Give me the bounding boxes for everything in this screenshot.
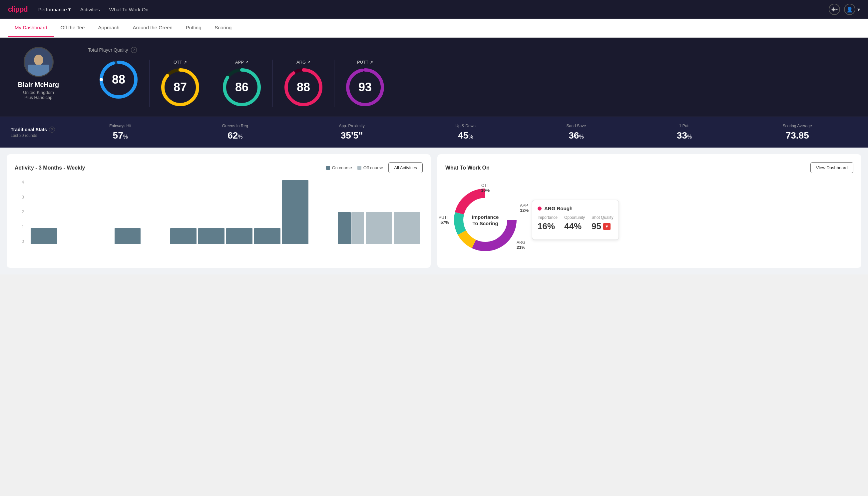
player-card: Blair McHarg United Kingdom Plus Handica…: [11, 47, 77, 100]
trad-stats-subtitle: Last 20 rounds: [11, 133, 64, 138]
app-arrow-icon: ↗: [245, 60, 249, 65]
bottom-section: Activity - 3 Months - Weekly On course O…: [0, 148, 868, 275]
traditional-stats-section: Traditional Stats ? Last 20 rounds Fairw…: [0, 117, 868, 148]
tab-scoring[interactable]: Scoring: [208, 19, 238, 37]
trad-help-icon[interactable]: ?: [49, 127, 55, 133]
user-icon: 👤: [844, 4, 855, 15]
score-circles: 88 OTT ↗ 87: [88, 60, 857, 107]
all-activities-button[interactable]: All Activities: [388, 162, 423, 173]
down-arrow-icon: ▼: [603, 223, 611, 230]
nav-performance[interactable]: Performance ▾: [38, 6, 71, 12]
score-ott: OTT ↗ 87: [149, 60, 211, 107]
putt-arrow-icon: ↗: [370, 60, 373, 65]
score-app: APP ↗ 86: [211, 60, 273, 107]
legend-off-course: Off course: [358, 165, 383, 170]
donut-center-label: Importance To Scoring: [472, 214, 499, 226]
bar-group: [394, 212, 420, 244]
on-course-bar: [114, 228, 141, 244]
bars-area: [28, 180, 423, 244]
wtwo-content: Importance To Scoring OTT 10% APP 12% AR…: [445, 180, 853, 260]
trad-stat-item: Fairways Hit 57%: [109, 124, 131, 141]
bar-group: [59, 243, 85, 244]
bar-group: [338, 212, 364, 244]
user-menu[interactable]: 👤 ▾: [844, 4, 860, 15]
trad-stat-item: Scoring Average 73.85: [783, 124, 812, 141]
svg-rect-3: [28, 65, 49, 76]
svg-point-15: [284, 86, 288, 89]
off-course-bar: [394, 212, 420, 244]
arg-circle: 88: [283, 67, 323, 107]
user-chevron-icon: ▾: [857, 6, 860, 13]
tab-putting[interactable]: Putting: [179, 19, 208, 37]
logo[interactable]: clippd: [8, 5, 28, 14]
ott-label: OTT ↗: [174, 60, 187, 65]
app-donut-label: APP 12%: [520, 203, 528, 213]
trad-stats-label: Traditional Stats ? Last 20 rounds: [11, 127, 64, 138]
bar-group: [254, 228, 281, 244]
wtwo-tooltip-title: ARG Rough: [538, 205, 613, 211]
tab-approach[interactable]: Approach: [91, 19, 126, 37]
x-axis-labels: 7 Feb 28 Mar 9 May: [28, 247, 423, 253]
wtwo-tooltip: ARG Rough Importance 16% Opportunity 44%…: [532, 200, 619, 240]
scores-section: Total Player Quality ? 88 OTT ↗: [77, 47, 857, 107]
arg-dot-icon: [538, 206, 541, 211]
activity-chart-title: Activity - 3 Months - Weekly: [15, 165, 85, 171]
ott-value: 87: [174, 80, 187, 94]
svg-point-1: [34, 55, 43, 65]
trad-stat-item: Sand Save 36%: [567, 124, 586, 141]
bar-group: [226, 228, 252, 244]
score-arg: ARG ↗ 88: [273, 60, 334, 107]
arg-value: 88: [297, 80, 310, 94]
on-course-bar: [198, 228, 224, 244]
plus-icon: ⊕: [831, 6, 836, 13]
on-course-dot: [326, 166, 330, 170]
tab-off-the-tee[interactable]: Off the Tee: [54, 19, 92, 37]
arg-arrow-icon: ↗: [307, 60, 311, 65]
player-name: Blair McHarg: [18, 81, 59, 89]
svg-point-12: [223, 86, 226, 89]
ott-donut-label: OTT 10%: [481, 183, 490, 193]
tab-my-dashboard[interactable]: My Dashboard: [8, 19, 54, 37]
bar-chart: 4 3 2 1 0 7 Feb 28 Mar 9 May: [15, 180, 423, 253]
bar-group: [86, 243, 113, 244]
wtwo-opportunity: Opportunity 44%: [564, 215, 585, 232]
stats-title: Total Player Quality ?: [88, 47, 857, 53]
bar-group: [310, 243, 336, 244]
svg-point-18: [346, 86, 349, 89]
score-putt: PUTT ↗ 93: [334, 60, 396, 107]
tabs-bar: My Dashboard Off the Tee Approach Around…: [0, 19, 868, 37]
overall-circle: 88: [99, 60, 139, 99]
view-dashboard-button[interactable]: View Dashboard: [810, 162, 853, 173]
hero-section: Blair McHarg United Kingdom Plus Handica…: [0, 37, 868, 117]
trad-stat-item: 1 Putt 33%: [677, 124, 692, 141]
trad-stats-title: Traditional Stats ?: [11, 127, 64, 133]
avatar: [23, 47, 53, 77]
bar-group: [366, 212, 392, 244]
putt-label: PUTT ↗: [357, 60, 373, 65]
y-axis-labels: 4 3 2 1 0: [15, 180, 25, 244]
nav-right: ⊕ ▾ 👤 ▾: [829, 4, 860, 15]
bar-group: [142, 243, 169, 244]
on-course-bar: [338, 212, 350, 244]
tab-around-the-green[interactable]: Around the Green: [126, 19, 179, 37]
nav-links: Performance ▾ Activities What To Work On: [38, 6, 818, 12]
trad-stat-item: Up & Down 45%: [455, 124, 476, 141]
help-icon[interactable]: ?: [131, 47, 137, 53]
wtwo-shot-quality: Shot Quality 95 ▼: [591, 215, 613, 232]
nav-what-to-work-on[interactable]: What To Work On: [109, 7, 148, 12]
player-country: United Kingdom: [23, 90, 54, 95]
activity-card-header: Activity - 3 Months - Weekly On course O…: [15, 162, 423, 173]
arg-donut-label: ARG 21%: [517, 240, 525, 250]
putt-value: 93: [358, 80, 372, 94]
wtwo-card-header: What To Work On View Dashboard: [445, 162, 853, 173]
on-course-bar: [226, 228, 252, 244]
bar-group: [282, 180, 309, 244]
app-value: 86: [235, 80, 249, 94]
bar-group: [31, 228, 57, 244]
on-course-bar: [31, 228, 57, 244]
ott-circle: 87: [160, 67, 200, 107]
grid-line: [27, 244, 423, 244]
add-button[interactable]: ⊕ ▾: [829, 4, 840, 15]
on-course-bar: [254, 228, 281, 244]
nav-activities[interactable]: Activities: [80, 7, 100, 12]
